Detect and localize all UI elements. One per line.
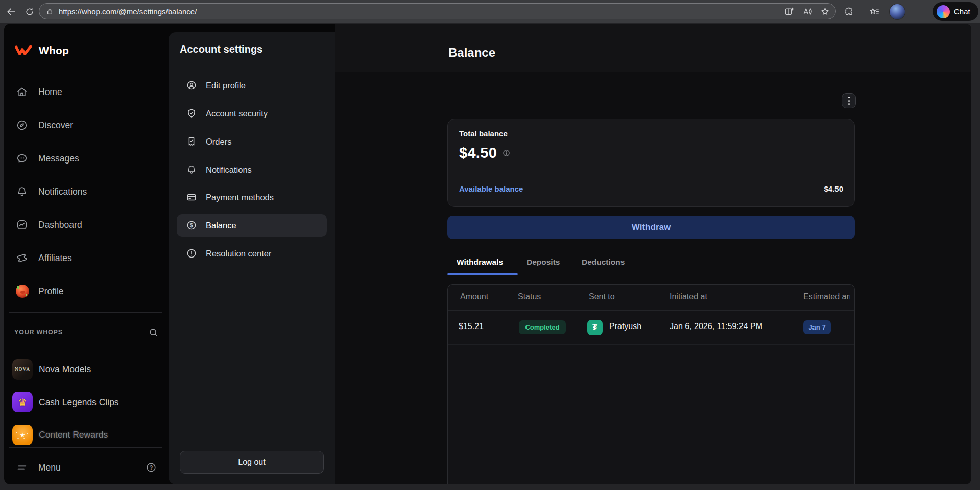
- account-settings-panel: Account settings Edit profile Account se…: [169, 32, 335, 484]
- search-icon[interactable]: [148, 327, 159, 338]
- lock-icon: [45, 7, 54, 16]
- favorites-bar-icon: [869, 6, 880, 17]
- discover-icon: [16, 119, 28, 131]
- whop-brand-name: Whop: [39, 44, 69, 57]
- sidebar-item-messages[interactable]: Messages: [4, 146, 166, 171]
- total-balance-card: Total balance $4.50 Available balance $4…: [447, 119, 855, 207]
- sidebar-item-label: Affiliates: [38, 253, 72, 264]
- your-whops-heading: YOUR WHOPS: [14, 329, 63, 336]
- sidebar-item-discover[interactable]: Discover: [4, 113, 166, 137]
- settings-item-account-security[interactable]: Account security: [177, 102, 327, 125]
- help-icon[interactable]: ?: [146, 462, 157, 473]
- settings-item-notifications[interactable]: Notifications: [177, 158, 327, 181]
- status-badge: Completed: [519, 320, 566, 334]
- page-title: Balance: [448, 45, 495, 60]
- extensions-icon: [844, 6, 855, 17]
- settings-item-label: Payment methods: [206, 193, 274, 202]
- split-screen-icon[interactable]: [784, 6, 795, 17]
- crown-icon: ♛: [12, 392, 33, 412]
- back-button[interactable]: [4, 5, 18, 19]
- sidebar-item-profile[interactable]: Profile: [4, 279, 166, 304]
- sidebar-divider: [9, 312, 162, 313]
- tabs-border: [447, 275, 855, 275]
- svg-text:$: $: [190, 222, 193, 228]
- nova-models-icon: NOVA: [12, 359, 33, 380]
- home-icon: [16, 86, 28, 98]
- toolbar-divider: [861, 6, 861, 17]
- tab-deductions[interactable]: Deductions: [582, 258, 625, 267]
- affiliates-ticket-icon: [16, 252, 28, 264]
- column-header-initiated-at: Initiated at: [670, 292, 707, 301]
- withdraw-button[interactable]: Withdraw: [447, 216, 855, 239]
- extensions-button[interactable]: [842, 5, 856, 19]
- svg-text:?: ?: [150, 465, 153, 471]
- available-balance-link[interactable]: Available balance: [459, 184, 523, 193]
- read-aloud-icon[interactable]: [802, 6, 812, 17]
- column-header-status: Status: [518, 292, 541, 301]
- url-text[interactable]: https://whop.com/@me/settings/balance/: [59, 7, 784, 16]
- settings-item-label: Edit profile: [206, 81, 246, 90]
- whop-item-label: Cash Legends Clips: [39, 397, 119, 408]
- sidebar-item-notifications[interactable]: Notifications: [4, 179, 166, 204]
- favorites-bar-button[interactable]: [867, 5, 881, 19]
- sidebar-item-label: Dashboard: [38, 220, 82, 230]
- settings-title: Account settings: [180, 43, 262, 55]
- table-row[interactable]: $15.21 Completed ₮ Pratyush Jan 6, 2026,…: [448, 311, 854, 345]
- sidebar-item-label: Home: [38, 87, 62, 98]
- available-balance-amount: $4.50: [824, 184, 843, 193]
- sidebar-item-affiliates[interactable]: Affiliates: [4, 246, 166, 270]
- tab-deposits[interactable]: Deposits: [527, 258, 560, 267]
- settings-item-balance[interactable]: $ Balance: [177, 214, 327, 237]
- settings-item-orders[interactable]: Orders: [177, 130, 327, 153]
- sidebar-item-menu[interactable]: Menu: [4, 455, 166, 480]
- edit-profile-icon: [186, 80, 197, 91]
- logout-button[interactable]: Log out: [180, 451, 324, 474]
- sidebar-item-dashboard[interactable]: Dashboard: [4, 213, 166, 237]
- sidebar-divider: [9, 447, 162, 448]
- settings-item-edit-profile[interactable]: Edit profile: [177, 74, 327, 97]
- whop-logo-icon: [14, 44, 33, 57]
- withdrawals-table: Amount Status Sent to Initiated at Estim…: [447, 284, 855, 484]
- kebab-menu-button[interactable]: [842, 93, 856, 108]
- balance-dollar-icon: $: [186, 220, 197, 231]
- whop-item-label: Content Rewards: [39, 430, 108, 440]
- profile-avatar: [16, 285, 29, 298]
- orders-receipt-icon: [186, 136, 197, 147]
- alert-circle-icon: [186, 248, 197, 259]
- browser-window: https://whop.com/@me/settings/balance/ C…: [0, 0, 980, 490]
- whop-item-cash-legends-clips[interactable]: ♛ Cash Legends Clips: [4, 388, 166, 416]
- sidebar-item-home[interactable]: Home: [4, 80, 166, 104]
- page-header: Balance: [335, 24, 971, 72]
- whop-item-nova-models[interactable]: NOVA Nova Models: [4, 355, 166, 384]
- active-tab-indicator: [447, 273, 518, 275]
- refresh-icon: [25, 7, 35, 17]
- sidebar-item-label: Messages: [38, 153, 79, 164]
- sidebar-item-label: Notifications: [38, 186, 87, 197]
- copilot-icon: [937, 5, 950, 18]
- copilot-chat-button[interactable]: Chat: [933, 2, 978, 21]
- copilot-chat-label: Chat: [954, 7, 970, 16]
- menu-icon: [16, 461, 28, 474]
- sidebar-item-label: Menu: [38, 462, 61, 473]
- whop-item-content-rewards[interactable]: ★ Content Rewards: [4, 421, 166, 449]
- column-header-estimated-arrival: Estimated arrival: [803, 292, 850, 301]
- tab-withdrawals[interactable]: Withdrawals: [457, 258, 503, 267]
- refresh-button[interactable]: [22, 5, 37, 19]
- bell-icon: [16, 185, 28, 198]
- info-icon[interactable]: [502, 149, 511, 157]
- main-sidebar: Whop Home Discover Messages Notification…: [4, 24, 169, 484]
- favorite-star-icon[interactable]: [820, 6, 830, 17]
- settings-item-resolution-center[interactable]: Resolution center: [177, 242, 327, 265]
- settings-item-label: Balance: [206, 221, 236, 230]
- address-bar[interactable]: https://whop.com/@me/settings/balance/: [39, 3, 836, 19]
- cell-amount: $15.21: [459, 322, 484, 331]
- settings-item-payment-methods[interactable]: Payment methods: [177, 186, 327, 208]
- whop-logo[interactable]: Whop: [14, 43, 69, 58]
- browser-menu-button[interactable]: [911, 5, 925, 19]
- sidebar-item-label: Discover: [38, 120, 73, 131]
- tether-icon: ₮: [587, 320, 603, 335]
- content-rewards-icon: ★: [12, 425, 33, 445]
- settings-item-label: Notifications: [206, 165, 252, 175]
- browser-profile-avatar[interactable]: [890, 4, 905, 19]
- dashboard-icon: [16, 219, 28, 231]
